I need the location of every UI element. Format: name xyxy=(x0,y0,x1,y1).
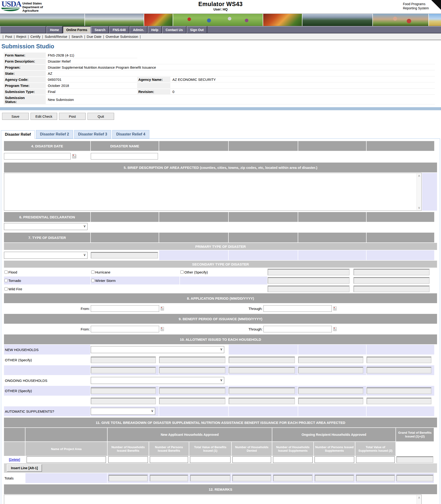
nav-item-contact-us[interactable]: Contact Us xyxy=(162,26,187,34)
other-specify-label: Other (Specify) xyxy=(184,270,208,274)
separator: | xyxy=(41,34,45,38)
totals-total-value-supplements xyxy=(356,475,394,481)
nav-item-search[interactable]: Search xyxy=(91,26,109,34)
info-row-program: Program: Disaster Supplemental Nutrition… xyxy=(4,65,435,70)
disaster-date-calendar-icon[interactable] xyxy=(72,154,77,159)
primary-type-other-input xyxy=(91,252,158,259)
scroll-up-icon[interactable]: ∧ xyxy=(418,174,420,178)
new-households-select[interactable] xyxy=(91,346,224,353)
presidential-declaration-select[interactable] xyxy=(4,223,88,230)
info-label: Agency Code: xyxy=(4,77,46,83)
save-button[interactable]: Save xyxy=(2,113,29,120)
tab-disaster-relief-2[interactable]: Disaster Relief 2 xyxy=(36,130,73,138)
quit-button[interactable]: Quit xyxy=(88,113,114,120)
scroll-down-icon[interactable]: ∨ xyxy=(418,206,420,209)
secondary-row-2: Tornado Winter Storm xyxy=(4,277,437,285)
hurricane-checkbox[interactable] xyxy=(91,270,94,274)
info-row-submission-type: Submission Type: Final Revision: 0 xyxy=(4,89,435,95)
name-of-project-area-header: Name of Project Area xyxy=(25,442,107,456)
section6-header-row: 6. PRESIDENTIAL DECLARATION xyxy=(4,212,437,222)
flood-checkbox[interactable] xyxy=(4,270,8,274)
separator: | xyxy=(83,34,87,38)
tab-disaster-relief-3[interactable]: Disaster Relief 3 xyxy=(74,130,111,138)
grand-total-input xyxy=(396,456,433,463)
ongoing-households-select[interactable] xyxy=(91,377,224,384)
project-area-name-input[interactable] xyxy=(27,456,106,463)
form-tabs: Disaster Relief Disaster Relief 2 Disast… xyxy=(1,130,441,138)
winter-storm-checkbox[interactable] xyxy=(91,279,94,282)
persons-issued-benefits-input[interactable] xyxy=(150,456,188,463)
remarks-textarea[interactable] xyxy=(4,495,422,504)
other-specify-checkbox[interactable] xyxy=(180,270,184,274)
info-label: Submission Type: xyxy=(4,89,46,95)
action-search[interactable]: Search xyxy=(71,34,83,38)
tab-disaster-relief[interactable]: Disaster Relief xyxy=(1,130,35,139)
through-label: Through: xyxy=(249,327,263,331)
textarea-scrollbar[interactable]: ∧ ∨ xyxy=(416,173,421,210)
edit-check-button[interactable]: Edit Check xyxy=(31,113,57,120)
nav-item-sign-out[interactable]: Sign Out xyxy=(187,26,207,34)
section4-input-row xyxy=(4,151,437,161)
new-applicant-group-header: New Applicant Households Approved xyxy=(108,428,272,441)
area-affected-textarea[interactable] xyxy=(4,173,422,211)
tornado-checkbox[interactable] xyxy=(4,279,8,282)
nav-item-fns-648[interactable]: FNS-648 xyxy=(109,26,129,34)
from-label: From: xyxy=(4,327,91,331)
insert-line-row: Insert Line [Alt-1] xyxy=(4,463,437,473)
total-value-supplements-input[interactable] xyxy=(356,456,395,463)
form-toolbar: Save Edit Check Post Quit xyxy=(2,113,441,120)
application-through-calendar-icon[interactable] xyxy=(333,306,337,311)
application-from-input[interactable] xyxy=(91,305,159,312)
info-value: AZ ECONOMIC SECURITY xyxy=(170,77,435,83)
scroll-up-icon[interactable]: ∧ xyxy=(418,496,420,499)
action-overdue-submission[interactable]: Overdue Submission xyxy=(106,34,138,38)
households-issued-supplements-input[interactable] xyxy=(273,456,313,463)
primary-type-row: ∨ xyxy=(4,250,437,260)
action-certify[interactable]: Certify xyxy=(30,34,40,38)
primary-type-select[interactable] xyxy=(4,252,88,259)
households-issued-benefits-input[interactable] xyxy=(108,456,148,463)
benefit-from-calendar-icon[interactable] xyxy=(160,327,164,331)
benefit-through-input[interactable] xyxy=(263,326,332,332)
benefit-from-input[interactable] xyxy=(91,326,159,332)
tab-disaster-relief-4[interactable]: Disaster Relief 4 xyxy=(112,130,149,138)
insert-line-button[interactable]: Insert Line [Alt-1] xyxy=(7,464,42,472)
other1b-input-2 xyxy=(159,367,225,373)
nav-item-home[interactable]: Home xyxy=(47,26,63,34)
application-from-calendar-icon[interactable] xyxy=(160,306,164,311)
info-row-form-description: Form Description: Disaster Relief xyxy=(4,59,435,64)
disaster-name-input[interactable] xyxy=(91,153,158,160)
action-due-date[interactable]: Due Date xyxy=(87,34,101,38)
allotment-row-other1b xyxy=(4,365,437,375)
persons-issued-supplements-input[interactable] xyxy=(315,456,354,463)
section6-input-row: ∨ xyxy=(4,222,437,231)
application-through-input[interactable] xyxy=(263,305,332,312)
nav-item-admin[interactable]: Admin. xyxy=(129,26,147,34)
action-submit-revise[interactable]: Submit/Revise xyxy=(45,34,67,38)
other2-input-2 xyxy=(159,387,225,394)
action-post[interactable]: Post xyxy=(5,34,12,38)
banner-photo-farm-field xyxy=(0,14,84,26)
other-specify-label: OTHER (Specify) xyxy=(4,386,90,396)
info-row-state: State: AZ xyxy=(4,71,435,76)
info-label: Program Time: xyxy=(4,83,46,88)
households-denied-input[interactable] xyxy=(232,456,271,463)
action-reject[interactable]: Reject xyxy=(16,34,26,38)
delete-row-link[interactable]: [Delete] xyxy=(9,458,20,461)
secondary-other-input-4 xyxy=(353,277,430,284)
wild-fire-checkbox[interactable] xyxy=(4,287,8,290)
flood-label: Flood xyxy=(8,270,17,274)
automatic-supplements-select[interactable] xyxy=(91,408,155,415)
info-label: State: xyxy=(4,71,46,76)
benefit-through-calendar-icon[interactable] xyxy=(333,327,337,331)
textarea-scrollbar[interactable]: ∧ ∨ xyxy=(416,495,421,504)
totals-households-issued-benefits xyxy=(109,475,148,481)
hurricane-label: Hurricane xyxy=(95,270,110,274)
nav-item-help[interactable]: Help xyxy=(148,26,162,34)
disaster-date-input[interactable] xyxy=(4,153,71,160)
post-button[interactable]: Post xyxy=(59,113,86,120)
nav-item-online-forms[interactable]: Online Forms xyxy=(63,26,91,34)
page-title: Submission Studio xyxy=(1,43,441,50)
banner-photo-vegetables xyxy=(144,14,173,26)
total-value-benefits-input[interactable] xyxy=(190,456,231,463)
